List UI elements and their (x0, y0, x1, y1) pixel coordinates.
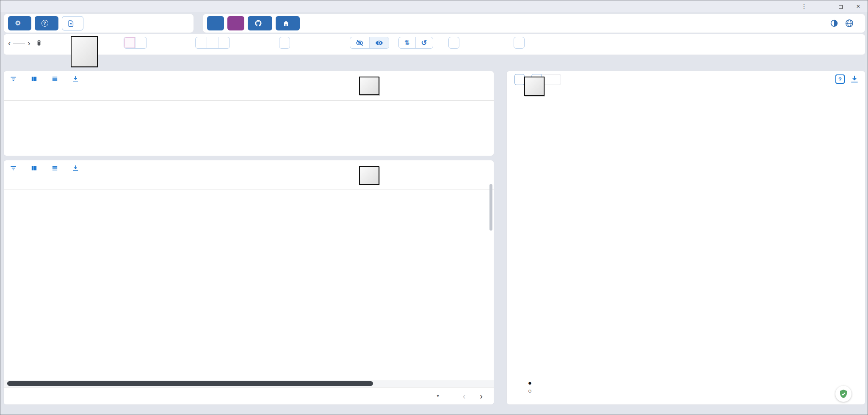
stereonet-plot[interactable] (507, 71, 865, 404)
export-button[interactable] (72, 165, 82, 172)
question-icon: ? (41, 20, 48, 27)
columns-icon (30, 165, 38, 172)
repository-button[interactable] (248, 16, 272, 30)
density-button[interactable] (51, 165, 61, 172)
coord-geo-option[interactable] (124, 37, 135, 48)
stats-table-header (4, 86, 494, 101)
next-file-chevron-icon[interactable]: › (28, 39, 30, 47)
samples-table-card: ▼ ‹ › (4, 160, 494, 404)
delete-file-icon[interactable] (36, 39, 42, 47)
filters-button[interactable] (10, 75, 19, 82)
show-all-eye-icon[interactable] (370, 37, 389, 48)
kebab-menu-icon[interactable]: ⋮ (796, 0, 813, 12)
nav-toolbar-panel (203, 14, 865, 33)
home-icon (282, 20, 290, 27)
samples-table-header (4, 176, 494, 190)
reversal-toggle: ⇅ ↺ (398, 37, 433, 49)
table-footer: ▼ ‹ › (4, 387, 494, 404)
settings-button[interactable]: ⚙ (8, 16, 31, 30)
export-icon (72, 165, 79, 172)
annotation-v (359, 166, 379, 185)
vertical-scrollbar[interactable] (489, 184, 492, 231)
stereonet-legend: ● ○ (528, 379, 535, 395)
export-icon (72, 75, 79, 82)
export-button[interactable] (72, 75, 82, 82)
language-globe-icon[interactable] (845, 19, 854, 28)
method-mcfad-option[interactable] (207, 37, 218, 48)
rows-per-page-select[interactable]: ▼ (434, 394, 440, 398)
samples-table-toolbar (4, 160, 494, 176)
theme-toggle-icon[interactable] (829, 19, 839, 28)
horizontal-scrollbar-thumb[interactable] (7, 381, 373, 386)
about-button[interactable]: ? (35, 16, 58, 30)
all-files-stats-button[interactable] (279, 37, 290, 49)
current-file-name[interactable] (13, 41, 25, 44)
pca-nav-button[interactable] (207, 16, 224, 30)
upload-file-icon (67, 20, 75, 27)
up-dot-icon: ○ (528, 387, 535, 395)
site-stats-table-card (4, 71, 494, 156)
columns-button[interactable] (30, 75, 40, 82)
filter-icon (10, 75, 17, 82)
method-gc-option[interactable] (218, 37, 229, 48)
coord-strat-option[interactable] (135, 37, 147, 48)
columns-icon (30, 75, 38, 82)
dir-nav-button[interactable] (227, 16, 244, 30)
annotation-a (71, 36, 98, 67)
build-vgp-button[interactable] (448, 37, 459, 49)
stats-table-toolbar (4, 71, 494, 86)
method-fisher-option[interactable] (196, 37, 207, 48)
adguard-shield-icon[interactable] (835, 386, 851, 402)
left-toolbar-panel: ⚙ ? (4, 14, 194, 33)
coord-system-toggle (124, 37, 147, 49)
down-dot-icon: ● (528, 379, 535, 387)
file-controls-strip: ‹ › ⇅ ↺ (4, 34, 865, 55)
swap-polarity-icon[interactable]: ⇅ (399, 37, 416, 48)
density-button[interactable] (51, 75, 61, 82)
annotation-b (359, 77, 379, 95)
maximize-button[interactable] (832, 0, 849, 12)
hide-all-eye-off-icon[interactable] (350, 37, 370, 48)
home-button[interactable] (276, 16, 300, 30)
visibility-toggle (350, 37, 389, 49)
columns-button[interactable] (30, 165, 40, 172)
stereonet-card: ? ● ○ (507, 71, 865, 404)
title-bar: ⋮ – × (0, 0, 868, 12)
load-file-button[interactable] (62, 16, 83, 30)
caret-down-icon: ▼ (436, 394, 440, 398)
stat-method-toggle (195, 37, 230, 49)
close-button[interactable]: × (850, 0, 867, 12)
density-icon (51, 165, 58, 172)
github-icon (254, 19, 262, 27)
restore-polarity-icon[interactable]: ↺ (416, 37, 433, 48)
filters-button[interactable] (10, 165, 19, 172)
prev-page-button[interactable]: ‹ (459, 392, 470, 400)
gear-icon: ⚙ (15, 20, 21, 27)
density-icon (51, 75, 58, 82)
horizontal-scrollbar-track[interactable] (4, 380, 494, 387)
next-page-button[interactable]: › (475, 392, 487, 400)
prev-file-chevron-icon[interactable]: ‹ (8, 39, 11, 47)
paleomagnetic-tests-button[interactable] (514, 37, 525, 49)
minimize-button[interactable]: – (813, 0, 830, 12)
annotation-g (524, 77, 545, 96)
filter-icon (10, 165, 17, 172)
